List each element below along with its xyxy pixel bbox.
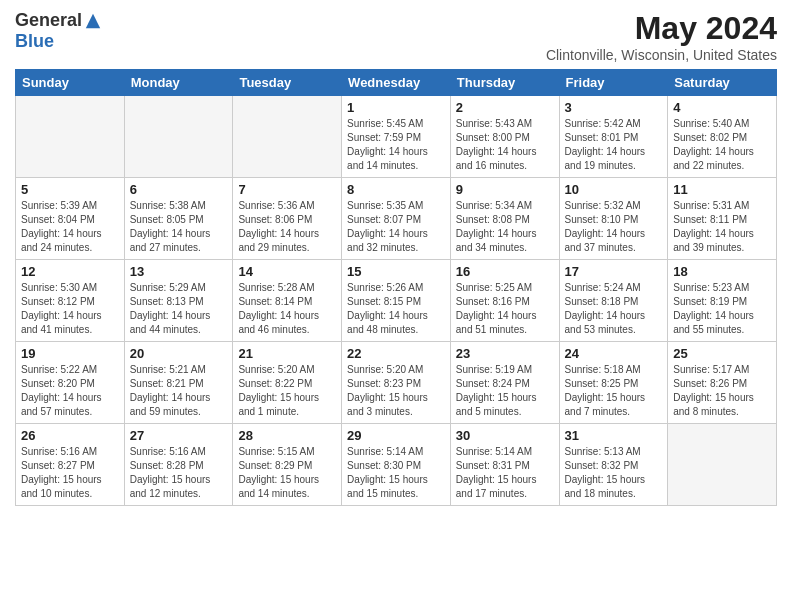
day-number: 26 <box>21 428 119 443</box>
day-number: 2 <box>456 100 554 115</box>
table-row: 18Sunrise: 5:23 AM Sunset: 8:19 PM Dayli… <box>668 260 777 342</box>
col-wednesday: Wednesday <box>342 70 451 96</box>
table-row: 24Sunrise: 5:18 AM Sunset: 8:25 PM Dayli… <box>559 342 668 424</box>
table-row: 1Sunrise: 5:45 AM Sunset: 7:59 PM Daylig… <box>342 96 451 178</box>
table-row <box>124 96 233 178</box>
day-info: Sunrise: 5:20 AM Sunset: 8:23 PM Dayligh… <box>347 363 445 419</box>
table-row: 2Sunrise: 5:43 AM Sunset: 8:00 PM Daylig… <box>450 96 559 178</box>
table-row: 21Sunrise: 5:20 AM Sunset: 8:22 PM Dayli… <box>233 342 342 424</box>
day-number: 15 <box>347 264 445 279</box>
day-number: 22 <box>347 346 445 361</box>
day-info: Sunrise: 5:45 AM Sunset: 7:59 PM Dayligh… <box>347 117 445 173</box>
svg-marker-0 <box>86 13 100 27</box>
table-row: 3Sunrise: 5:42 AM Sunset: 8:01 PM Daylig… <box>559 96 668 178</box>
day-number: 21 <box>238 346 336 361</box>
table-row: 6Sunrise: 5:38 AM Sunset: 8:05 PM Daylig… <box>124 178 233 260</box>
table-row <box>16 96 125 178</box>
logo: General Blue <box>15 10 102 52</box>
col-friday: Friday <box>559 70 668 96</box>
day-info: Sunrise: 5:18 AM Sunset: 8:25 PM Dayligh… <box>565 363 663 419</box>
day-number: 5 <box>21 182 119 197</box>
day-number: 4 <box>673 100 771 115</box>
day-number: 30 <box>456 428 554 443</box>
calendar-body: 1Sunrise: 5:45 AM Sunset: 7:59 PM Daylig… <box>16 96 777 506</box>
logo-icon <box>84 12 102 30</box>
day-number: 10 <box>565 182 663 197</box>
day-number: 3 <box>565 100 663 115</box>
day-info: Sunrise: 5:39 AM Sunset: 8:04 PM Dayligh… <box>21 199 119 255</box>
col-sunday: Sunday <box>16 70 125 96</box>
day-info: Sunrise: 5:16 AM Sunset: 8:27 PM Dayligh… <box>21 445 119 501</box>
col-thursday: Thursday <box>450 70 559 96</box>
col-saturday: Saturday <box>668 70 777 96</box>
day-number: 6 <box>130 182 228 197</box>
day-number: 11 <box>673 182 771 197</box>
day-info: Sunrise: 5:14 AM Sunset: 8:30 PM Dayligh… <box>347 445 445 501</box>
day-info: Sunrise: 5:17 AM Sunset: 8:26 PM Dayligh… <box>673 363 771 419</box>
table-row: 22Sunrise: 5:20 AM Sunset: 8:23 PM Dayli… <box>342 342 451 424</box>
day-number: 1 <box>347 100 445 115</box>
calendar-header-row: Sunday Monday Tuesday Wednesday Thursday… <box>16 70 777 96</box>
day-info: Sunrise: 5:14 AM Sunset: 8:31 PM Dayligh… <box>456 445 554 501</box>
calendar-week-row: 26Sunrise: 5:16 AM Sunset: 8:27 PM Dayli… <box>16 424 777 506</box>
table-row: 23Sunrise: 5:19 AM Sunset: 8:24 PM Dayli… <box>450 342 559 424</box>
day-number: 19 <box>21 346 119 361</box>
day-number: 16 <box>456 264 554 279</box>
day-number: 8 <box>347 182 445 197</box>
header: General Blue May 2024 Clintonville, Wisc… <box>15 10 777 63</box>
table-row: 16Sunrise: 5:25 AM Sunset: 8:16 PM Dayli… <box>450 260 559 342</box>
table-row: 28Sunrise: 5:15 AM Sunset: 8:29 PM Dayli… <box>233 424 342 506</box>
day-info: Sunrise: 5:15 AM Sunset: 8:29 PM Dayligh… <box>238 445 336 501</box>
table-row: 15Sunrise: 5:26 AM Sunset: 8:15 PM Dayli… <box>342 260 451 342</box>
month-year-title: May 2024 <box>546 10 777 47</box>
table-row <box>233 96 342 178</box>
table-row: 4Sunrise: 5:40 AM Sunset: 8:02 PM Daylig… <box>668 96 777 178</box>
day-number: 13 <box>130 264 228 279</box>
table-row: 30Sunrise: 5:14 AM Sunset: 8:31 PM Dayli… <box>450 424 559 506</box>
title-area: May 2024 Clintonville, Wisconsin, United… <box>546 10 777 63</box>
day-info: Sunrise: 5:35 AM Sunset: 8:07 PM Dayligh… <box>347 199 445 255</box>
day-info: Sunrise: 5:30 AM Sunset: 8:12 PM Dayligh… <box>21 281 119 337</box>
day-number: 29 <box>347 428 445 443</box>
day-number: 28 <box>238 428 336 443</box>
day-info: Sunrise: 5:43 AM Sunset: 8:00 PM Dayligh… <box>456 117 554 173</box>
day-number: 17 <box>565 264 663 279</box>
table-row: 11Sunrise: 5:31 AM Sunset: 8:11 PM Dayli… <box>668 178 777 260</box>
day-info: Sunrise: 5:28 AM Sunset: 8:14 PM Dayligh… <box>238 281 336 337</box>
day-info: Sunrise: 5:38 AM Sunset: 8:05 PM Dayligh… <box>130 199 228 255</box>
table-row: 10Sunrise: 5:32 AM Sunset: 8:10 PM Dayli… <box>559 178 668 260</box>
day-info: Sunrise: 5:20 AM Sunset: 8:22 PM Dayligh… <box>238 363 336 419</box>
day-info: Sunrise: 5:22 AM Sunset: 8:20 PM Dayligh… <box>21 363 119 419</box>
table-row <box>668 424 777 506</box>
day-info: Sunrise: 5:19 AM Sunset: 8:24 PM Dayligh… <box>456 363 554 419</box>
table-row: 9Sunrise: 5:34 AM Sunset: 8:08 PM Daylig… <box>450 178 559 260</box>
table-row: 25Sunrise: 5:17 AM Sunset: 8:26 PM Dayli… <box>668 342 777 424</box>
calendar-week-row: 5Sunrise: 5:39 AM Sunset: 8:04 PM Daylig… <box>16 178 777 260</box>
day-info: Sunrise: 5:34 AM Sunset: 8:08 PM Dayligh… <box>456 199 554 255</box>
day-info: Sunrise: 5:26 AM Sunset: 8:15 PM Dayligh… <box>347 281 445 337</box>
calendar-week-row: 1Sunrise: 5:45 AM Sunset: 7:59 PM Daylig… <box>16 96 777 178</box>
day-number: 9 <box>456 182 554 197</box>
day-number: 12 <box>21 264 119 279</box>
day-info: Sunrise: 5:36 AM Sunset: 8:06 PM Dayligh… <box>238 199 336 255</box>
table-row: 26Sunrise: 5:16 AM Sunset: 8:27 PM Dayli… <box>16 424 125 506</box>
table-row: 19Sunrise: 5:22 AM Sunset: 8:20 PM Dayli… <box>16 342 125 424</box>
day-number: 14 <box>238 264 336 279</box>
day-number: 31 <box>565 428 663 443</box>
table-row: 29Sunrise: 5:14 AM Sunset: 8:30 PM Dayli… <box>342 424 451 506</box>
day-info: Sunrise: 5:21 AM Sunset: 8:21 PM Dayligh… <box>130 363 228 419</box>
day-info: Sunrise: 5:32 AM Sunset: 8:10 PM Dayligh… <box>565 199 663 255</box>
calendar-week-row: 19Sunrise: 5:22 AM Sunset: 8:20 PM Dayli… <box>16 342 777 424</box>
day-number: 23 <box>456 346 554 361</box>
table-row: 8Sunrise: 5:35 AM Sunset: 8:07 PM Daylig… <box>342 178 451 260</box>
day-number: 7 <box>238 182 336 197</box>
col-tuesday: Tuesday <box>233 70 342 96</box>
location-text: Clintonville, Wisconsin, United States <box>546 47 777 63</box>
day-info: Sunrise: 5:13 AM Sunset: 8:32 PM Dayligh… <box>565 445 663 501</box>
logo-general-text: General <box>15 10 82 31</box>
day-info: Sunrise: 5:23 AM Sunset: 8:19 PM Dayligh… <box>673 281 771 337</box>
table-row: 31Sunrise: 5:13 AM Sunset: 8:32 PM Dayli… <box>559 424 668 506</box>
day-number: 20 <box>130 346 228 361</box>
table-row: 14Sunrise: 5:28 AM Sunset: 8:14 PM Dayli… <box>233 260 342 342</box>
table-row: 7Sunrise: 5:36 AM Sunset: 8:06 PM Daylig… <box>233 178 342 260</box>
